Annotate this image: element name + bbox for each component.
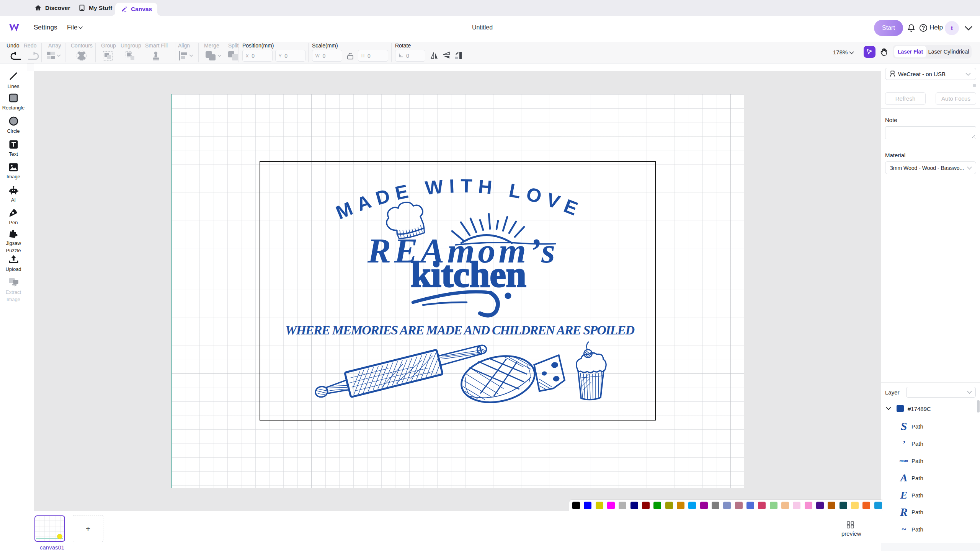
svg-text:kitchen: kitchen [411, 254, 526, 295]
svg-text:WHERE MEMORIES ARE MADE AND CH: WHERE MEMORIES ARE MADE AND CHILDREN ARE… [285, 323, 635, 337]
svg-text:MADE WITH LOVE: MADE WITH LOVE [333, 175, 580, 223]
